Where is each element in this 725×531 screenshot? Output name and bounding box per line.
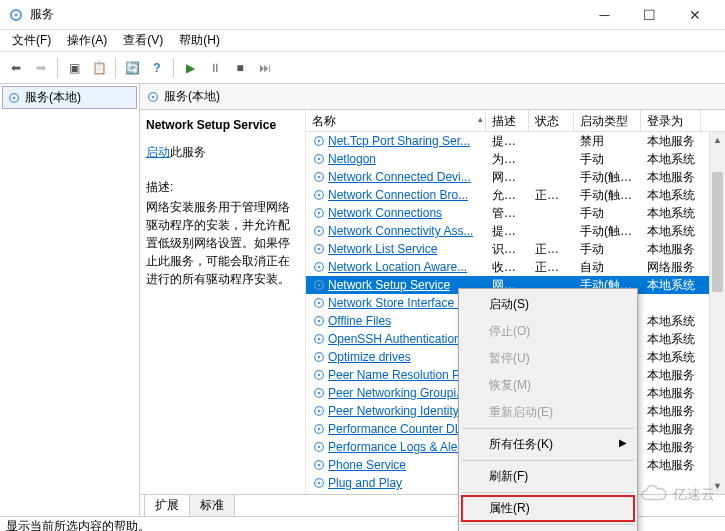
svg-point-25 (318, 302, 321, 305)
context-menu-item: 恢复(M) (461, 372, 635, 399)
svg-point-13 (318, 194, 321, 197)
svg-point-21 (318, 266, 321, 269)
back-button[interactable]: ⬅ (4, 56, 28, 80)
description-label: 描述: (146, 179, 299, 196)
svg-point-31 (318, 356, 321, 359)
list-header: 名称▴ 描述 状态 启动类型 登录为 (306, 110, 725, 132)
show-hide-button[interactable]: ▣ (62, 56, 86, 80)
column-name[interactable]: 名称▴ (306, 110, 486, 131)
tab-extended[interactable]: 扩展 (144, 494, 190, 516)
service-row[interactable]: Network Connectivity Ass...提供...手动(触发...… (306, 222, 725, 240)
svg-point-23 (318, 284, 321, 287)
toolbar: ⬅ ➡ ▣ 📋 🔄 ? ▶ ⏸ ■ ⏭ (0, 52, 725, 84)
menubar: 文件(F) 操作(A) 查看(V) 帮助(H) (0, 30, 725, 52)
svg-point-9 (318, 158, 321, 161)
start-service-link[interactable]: 启动 (146, 145, 170, 159)
svg-point-3 (13, 96, 16, 99)
service-row[interactable]: Network Connected Devi...网络...手动(触发...本地… (306, 168, 725, 186)
svg-point-43 (318, 464, 321, 467)
menu-help[interactable]: 帮助(H) (171, 30, 228, 51)
svg-point-19 (318, 248, 321, 251)
menu-view[interactable]: 查看(V) (115, 30, 171, 51)
refresh-button[interactable]: 🔄 (120, 56, 144, 80)
service-row[interactable]: Network Location Aware...收集...正在...自动网络服… (306, 258, 725, 276)
service-row[interactable]: Network Connection Bro...允许...正在...手动(触发… (306, 186, 725, 204)
start-service-button[interactable]: ▶ (178, 56, 202, 80)
cloud-icon (639, 485, 669, 505)
watermark: 亿速云 (639, 485, 715, 505)
svg-point-1 (15, 13, 18, 16)
context-menu-item: 暂停(U) (461, 345, 635, 372)
tab-standard[interactable]: 标准 (189, 494, 235, 516)
gear-icon (7, 91, 21, 105)
svg-point-33 (318, 374, 321, 377)
menu-file[interactable]: 文件(F) (4, 30, 59, 51)
vertical-scrollbar[interactable]: ▲ ▼ (709, 132, 725, 494)
service-row[interactable]: Netlogon为用...手动本地系统 (306, 150, 725, 168)
scroll-up-icon[interactable]: ▲ (710, 132, 725, 148)
context-menu-item[interactable]: 刷新(F) (461, 463, 635, 490)
status-text: 显示当前所选内容的帮助。 (6, 518, 150, 531)
service-row[interactable]: Network Connections管理...手动本地系统 (306, 204, 725, 222)
svg-point-41 (318, 446, 321, 449)
svg-point-15 (318, 212, 321, 215)
scroll-thumb[interactable] (712, 172, 723, 292)
sort-indicator-icon: ▴ (478, 114, 483, 124)
context-menu-item: 重新启动(E) (461, 399, 635, 426)
service-row[interactable]: Network List Service识别...正在...手动本地服务 (306, 240, 725, 258)
svg-point-27 (318, 320, 321, 323)
pause-service-button[interactable]: ⏸ (203, 56, 227, 80)
context-menu-item[interactable]: 帮助(H) (461, 527, 635, 531)
gear-icon (146, 90, 160, 104)
app-icon (8, 7, 24, 23)
column-status[interactable]: 状态 (529, 110, 574, 131)
column-startup[interactable]: 启动类型 (574, 110, 641, 131)
svg-point-7 (318, 140, 321, 143)
context-menu-item[interactable]: 启动(S) (461, 291, 635, 318)
context-menu-item[interactable]: 属性(R) (461, 495, 635, 522)
context-menu: 启动(S)停止(O)暂停(U)恢复(M)重新启动(E)所有任务(K)▶刷新(F)… (458, 288, 638, 531)
svg-point-37 (318, 410, 321, 413)
pane-header: 服务(本地) (140, 84, 725, 110)
svg-point-17 (318, 230, 321, 233)
svg-point-29 (318, 338, 321, 341)
minimize-button[interactable]: ─ (582, 1, 627, 29)
restart-service-button[interactable]: ⏭ (253, 56, 277, 80)
svg-point-11 (318, 176, 321, 179)
maximize-button[interactable]: ☐ (627, 1, 672, 29)
close-button[interactable]: ✕ (672, 1, 717, 29)
context-menu-item[interactable]: 所有任务(K)▶ (461, 431, 635, 458)
submenu-arrow-icon: ▶ (619, 437, 627, 448)
service-detail: Network Setup Service 启动此服务 描述: 网络安装服务用于… (140, 110, 305, 494)
svg-point-35 (318, 392, 321, 395)
svg-point-39 (318, 428, 321, 431)
selected-service-title: Network Setup Service (146, 118, 299, 132)
help-icon[interactable]: ? (145, 56, 169, 80)
column-logon[interactable]: 登录为 (641, 110, 701, 131)
service-row[interactable]: Net.Tcp Port Sharing Ser...提供...禁用本地服务 (306, 132, 725, 150)
menu-action[interactable]: 操作(A) (59, 30, 115, 51)
tree-root-label: 服务(本地) (25, 89, 81, 106)
pane-header-label: 服务(本地) (164, 88, 220, 105)
column-description[interactable]: 描述 (486, 110, 529, 131)
window-title: 服务 (30, 6, 582, 23)
forward-button[interactable]: ➡ (29, 56, 53, 80)
export-button[interactable]: 📋 (87, 56, 111, 80)
tree-pane: 服务(本地) (0, 84, 140, 516)
tree-root[interactable]: 服务(本地) (2, 86, 137, 109)
titlebar: 服务 ─ ☐ ✕ (0, 0, 725, 30)
service-description: 网络安装服务用于管理网络驱动程序的安装，并允许配置低级别网络设置。如果停止此服务… (146, 198, 299, 288)
svg-point-45 (318, 482, 321, 485)
start-service-suffix: 此服务 (170, 145, 206, 159)
stop-service-button[interactable]: ■ (228, 56, 252, 80)
window-controls: ─ ☐ ✕ (582, 1, 717, 29)
svg-point-5 (152, 95, 155, 98)
context-menu-item: 停止(O) (461, 318, 635, 345)
watermark-text: 亿速云 (673, 486, 715, 504)
